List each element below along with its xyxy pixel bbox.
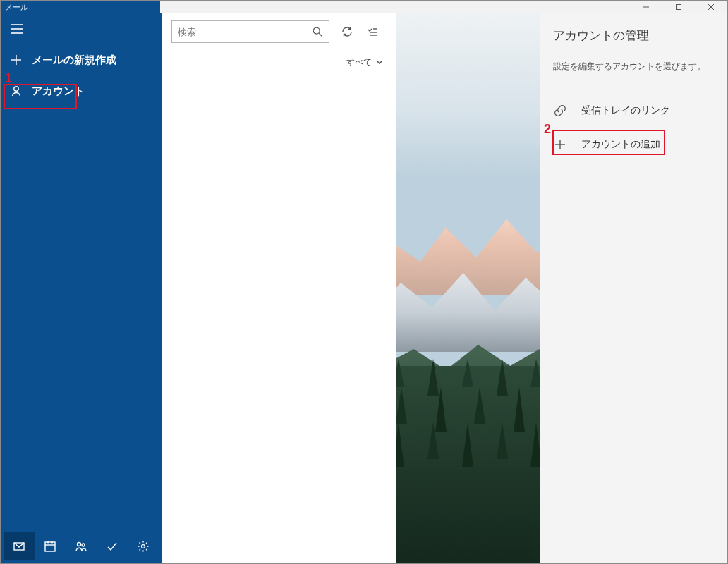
message-list-pane: すべて [162, 13, 396, 563]
app-window: メール メールの新規作成 [0, 0, 728, 564]
add-account-button[interactable]: アカウントの追加 [553, 128, 715, 161]
person-icon [11, 85, 22, 97]
svg-rect-11 [45, 542, 55, 551]
hamburger-icon [11, 24, 23, 34]
manage-accounts-subtitle: 設定を編集するアカウントを選びます。 [553, 61, 715, 73]
mail-icon [13, 540, 25, 553]
bottom-nav-settings[interactable] [128, 532, 159, 560]
check-icon [106, 540, 119, 553]
hamburger-button[interactable] [1, 13, 162, 44]
maximize-button[interactable] [662, 1, 695, 13]
gear-icon [137, 540, 150, 553]
manage-accounts-panel: アカウントの管理 設定を編集するアカウントを選びます。 受信トレイのリンク アカ… [540, 13, 727, 563]
calendar-icon [44, 540, 56, 553]
sidebar-item-accounts[interactable]: アカウント [1, 75, 162, 106]
bottom-nav-calendar[interactable] [35, 532, 66, 560]
svg-rect-1 [677, 5, 681, 10]
refresh-button[interactable] [339, 24, 355, 39]
search-box[interactable] [171, 20, 329, 43]
plus-icon [11, 54, 22, 66]
minimize-icon [643, 4, 650, 11]
people-icon [75, 540, 87, 553]
sidebar: メールの新規作成 アカウント [1, 13, 162, 563]
sidebar-item-accounts-label: アカウント [32, 85, 85, 98]
new-mail-button[interactable]: メールの新規作成 [1, 44, 162, 75]
refresh-icon [341, 25, 353, 38]
chevron-down-icon [376, 59, 383, 66]
svg-point-17 [142, 545, 145, 548]
search-icon [312, 26, 323, 37]
select-mode-icon [366, 25, 379, 38]
bottom-nav-mail[interactable] [4, 532, 35, 560]
link-icon [553, 104, 567, 118]
manage-accounts-heading: アカウントの管理 [553, 27, 715, 44]
window-chrome [160, 1, 727, 13]
select-mode-button[interactable] [365, 24, 380, 39]
bottom-nav-todo[interactable] [97, 532, 128, 560]
plus-icon [553, 137, 567, 152]
add-account-label: アカウントの追加 [581, 138, 660, 151]
app-title: メール [1, 1, 162, 13]
svg-point-16 [82, 544, 85, 546]
search-row [162, 13, 396, 50]
new-mail-label: メールの新規作成 [32, 54, 116, 67]
close-icon [708, 4, 715, 11]
svg-point-18 [313, 27, 320, 34]
link-inboxes-button[interactable]: 受信トレイのリンク [553, 94, 715, 128]
search-input[interactable] [178, 27, 298, 37]
link-inboxes-label: 受信トレイのリンク [581, 104, 670, 117]
minimize-button[interactable] [630, 1, 662, 13]
svg-point-15 [78, 543, 81, 546]
svg-point-9 [14, 87, 18, 91]
close-button[interactable] [695, 1, 727, 13]
svg-line-19 [319, 33, 322, 36]
bottom-nav-people[interactable] [66, 532, 97, 560]
filter-label: すべて [346, 56, 372, 68]
filter-dropdown[interactable]: すべて [162, 50, 396, 74]
bottom-nav [1, 529, 162, 563]
maximize-icon [675, 4, 682, 11]
